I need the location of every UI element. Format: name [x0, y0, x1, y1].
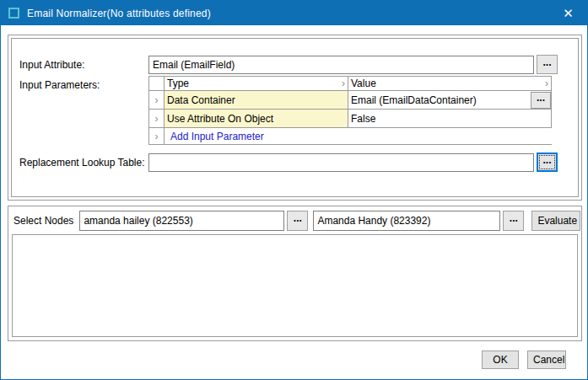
table-row: › Data Container Email (EmailDataContain… [149, 91, 552, 110]
select-nodes-panel: Select Nodes ... ... Evaluate [8, 206, 582, 341]
node1-browse-button[interactable]: ... [287, 211, 308, 231]
header-selector-cell [149, 77, 165, 91]
input-parameters-label: Input Parameters: [19, 76, 148, 91]
data-container-browse-button[interactable]: ... [531, 92, 551, 109]
chevron-right-icon: › [155, 132, 159, 141]
title-bar: Email Normalizer(No attributes defined) … [1, 1, 587, 25]
app-icon [8, 8, 19, 19]
evaluation-results-area [12, 234, 578, 337]
type-header-label: Type [167, 78, 189, 89]
input-attribute-browse-button[interactable]: ... [537, 55, 558, 74]
param-value-text: Email (EmailDataContainer) [351, 94, 477, 106]
node2-browse-button[interactable]: ... [503, 211, 524, 231]
window-title: Email Normalizer(No attributes defined) [27, 8, 211, 19]
close-icon[interactable]: ✕ [549, 1, 587, 25]
chevron-right-icon: › [155, 96, 159, 104]
value-header-label: Value [351, 78, 376, 89]
ok-button[interactable]: OK [482, 351, 519, 369]
param-value-cell[interactable]: Email (EmailDataContainer) ... [348, 91, 552, 110]
cancel-button[interactable]: Cancel [527, 351, 566, 369]
dialog-window: Email Normalizer(No attributes defined) … [0, 0, 588, 380]
chevron-right-icon: › [155, 115, 159, 123]
chevron-right-icon: › [545, 79, 548, 88]
param-type-cell[interactable]: Use Attribute On Object [165, 110, 348, 128]
evaluate-button[interactable]: Evaluate [531, 211, 580, 231]
param-type-cell[interactable]: Data Container [165, 91, 348, 110]
row-selector-cell[interactable]: › [149, 128, 165, 145]
column-header-value[interactable]: Value › [348, 77, 552, 91]
table-row: › Use Attribute On Object False [149, 110, 552, 128]
table-header-row: Type › Value › [149, 77, 552, 91]
input-attribute-row: Input Attribute: ... [19, 55, 558, 74]
chevron-right-icon: › [342, 79, 345, 88]
select-nodes-label: Select Nodes [12, 215, 79, 227]
select-nodes-row: Select Nodes ... ... Evaluate [12, 210, 578, 231]
param-value-cell[interactable]: False [348, 110, 552, 128]
node1-field[interactable] [79, 211, 284, 231]
add-input-parameter-link[interactable]: Add Input Parameter [170, 131, 264, 142]
node2-field[interactable] [313, 211, 500, 231]
add-parameter-row: › Add Input Parameter [149, 128, 552, 145]
row-selector-cell[interactable]: › [149, 91, 165, 110]
attributes-groupbox: Input Attribute: ... Input Parameters: T… [11, 38, 579, 197]
replacement-lookup-field[interactable] [148, 153, 534, 172]
input-parameters-row: Input Parameters: Type › Value › [19, 76, 558, 145]
attributes-panel: Input Attribute: ... Input Parameters: T… [8, 35, 582, 201]
input-attribute-label: Input Attribute: [19, 59, 148, 71]
replacement-lookup-label: Replacement Lookup Table: [19, 157, 148, 169]
add-cell: Add Input Parameter [165, 128, 552, 145]
replacement-lookup-browse-button[interactable]: ... [537, 153, 558, 172]
input-attribute-field[interactable] [148, 56, 534, 74]
input-parameters-table: Type › Value › › Data Container [148, 76, 552, 145]
row-selector-cell[interactable]: › [149, 110, 165, 128]
column-header-type[interactable]: Type › [165, 77, 348, 91]
replacement-lookup-row: Replacement Lookup Table: ... [19, 153, 558, 172]
